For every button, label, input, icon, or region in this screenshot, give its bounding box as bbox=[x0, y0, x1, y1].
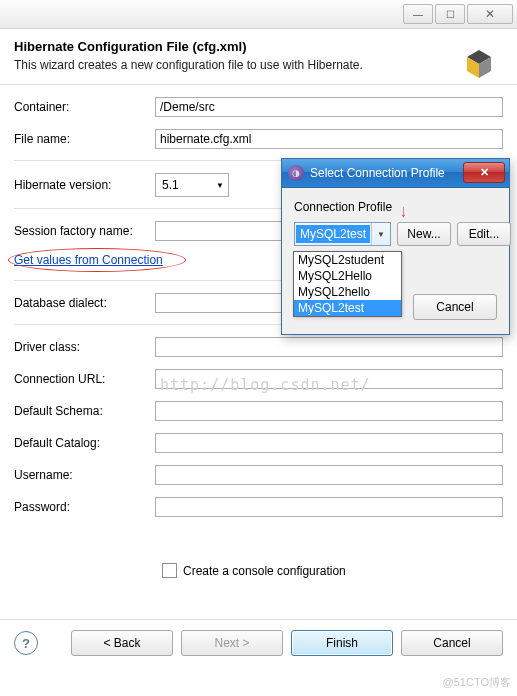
get-values-link[interactable]: Get values from Connection bbox=[14, 253, 163, 267]
edit-connection-button[interactable]: Edit... bbox=[457, 222, 511, 246]
dropdown-option[interactable]: MySQL2student bbox=[294, 252, 401, 268]
close-button[interactable]: ✕ bbox=[467, 4, 513, 24]
new-connection-button[interactable]: New... bbox=[397, 222, 451, 246]
console-config-row: Create a console configuration bbox=[14, 563, 503, 578]
maximize-button[interactable]: ☐ bbox=[435, 4, 465, 24]
chevron-down-icon: ▼ bbox=[371, 223, 390, 245]
console-config-label: Create a console configuration bbox=[183, 564, 346, 578]
connection-profile-label: Connection Profile bbox=[294, 200, 497, 214]
help-icon[interactable]: ? bbox=[14, 631, 38, 655]
password-label: Password: bbox=[14, 500, 149, 514]
window-titlebar: — ☐ ✕ bbox=[0, 0, 517, 29]
console-config-checkbox[interactable] bbox=[162, 563, 177, 578]
catalog-input[interactable] bbox=[155, 433, 503, 453]
dialect-label: Database dialect: bbox=[14, 296, 149, 310]
dialog-title: Select Connection Profile bbox=[310, 166, 445, 180]
wizard-header: Hibernate Configuration File (cfg.xml) T… bbox=[0, 29, 517, 85]
cancel-button[interactable]: Cancel bbox=[401, 630, 503, 656]
back-button[interactable]: < Back bbox=[71, 630, 173, 656]
attribution-text: @51CTO博客 bbox=[443, 675, 511, 690]
hibernate-version-label: Hibernate version: bbox=[14, 178, 149, 192]
wizard-button-bar: ? < Back Next > Finish Cancel bbox=[0, 619, 517, 666]
minimize-button[interactable]: — bbox=[403, 4, 433, 24]
combo-selected-text: MySQL2test bbox=[296, 225, 370, 243]
eclipse-icon: ◑ bbox=[288, 165, 304, 181]
dialog-close-button[interactable]: ✕ bbox=[463, 162, 505, 183]
hibernate-logo-icon bbox=[459, 47, 499, 85]
dialog-titlebar[interactable]: ◑ Select Connection Profile ✕ bbox=[282, 159, 509, 188]
container-label: Container: bbox=[14, 100, 149, 114]
container-input[interactable] bbox=[155, 97, 503, 117]
dropdown-option[interactable]: MySQL2Hello bbox=[294, 268, 401, 284]
next-button[interactable]: Next > bbox=[181, 630, 283, 656]
chevron-down-icon: ▼ bbox=[216, 181, 224, 190]
driver-label: Driver class: bbox=[14, 340, 149, 354]
dropdown-option-selected[interactable]: MySQL2test bbox=[294, 300, 401, 316]
dropdown-option[interactable]: MySQL2hello bbox=[294, 284, 401, 300]
filename-input[interactable] bbox=[155, 129, 503, 149]
schema-label: Default Schema: bbox=[14, 404, 149, 418]
connection-url-label: Connection URL: bbox=[14, 372, 149, 386]
page-description: This wizard creates a new configuration … bbox=[14, 58, 503, 72]
username-input[interactable] bbox=[155, 465, 503, 485]
password-input[interactable] bbox=[155, 497, 503, 517]
schema-input[interactable] bbox=[155, 401, 503, 421]
dialog-cancel-button[interactable]: Cancel bbox=[413, 294, 497, 320]
hibernate-version-value: 5.1 bbox=[162, 178, 179, 192]
finish-button[interactable]: Finish bbox=[291, 630, 393, 656]
connection-url-input[interactable] bbox=[155, 369, 503, 389]
connection-profile-dropdown[interactable]: MySQL2student MySQL2Hello MySQL2hello My… bbox=[293, 251, 402, 317]
driver-input[interactable] bbox=[155, 337, 503, 357]
filename-label: File name: bbox=[14, 132, 149, 146]
session-factory-label: Session factory name: bbox=[14, 224, 149, 238]
hibernate-version-select[interactable]: 5.1 ▼ bbox=[155, 173, 229, 197]
page-title: Hibernate Configuration File (cfg.xml) bbox=[14, 39, 503, 54]
connection-profile-combo[interactable]: MySQL2test ▼ bbox=[294, 222, 391, 246]
username-label: Username: bbox=[14, 468, 149, 482]
catalog-label: Default Catalog: bbox=[14, 436, 149, 450]
